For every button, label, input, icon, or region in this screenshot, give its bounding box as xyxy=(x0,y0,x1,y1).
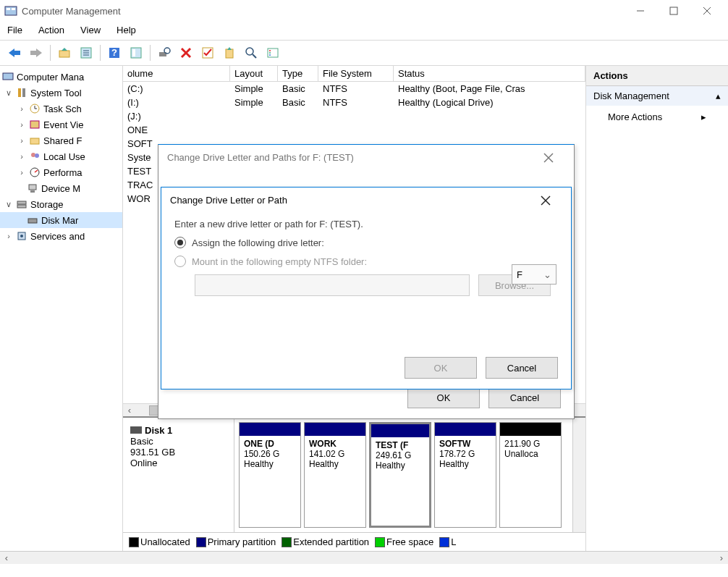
drive-letter-value: F xyxy=(517,269,522,280)
table-row[interactable]: ONE xyxy=(123,123,585,137)
navigation-tree[interactable]: Computer Mana ∨ System Tool › Task Sch ›… xyxy=(0,66,123,551)
folder-path-input xyxy=(195,274,470,296)
svg-rect-47 xyxy=(17,205,26,208)
partition[interactable]: ONE (D150.26 GHealthy xyxy=(239,422,301,528)
svg-rect-44 xyxy=(29,185,36,190)
svg-line-27 xyxy=(253,54,256,58)
tree-event-viewer[interactable]: › Event Vie xyxy=(0,117,122,132)
partition[interactable]: WORK141.02 GHealthy xyxy=(304,422,366,528)
actions-section-disk-management[interactable]: Disk Management ▴ xyxy=(586,86,728,106)
diskmap-scrollbar[interactable] xyxy=(572,418,585,532)
drive-letter-select[interactable]: F ⌄ xyxy=(512,264,556,285)
col-status[interactable]: Status xyxy=(394,66,585,81)
ok-button[interactable]: OK xyxy=(407,387,480,408)
col-type[interactable]: Type xyxy=(278,66,318,81)
partitions: ONE (D150.26 GHealthy WORK141.02 GHealth… xyxy=(234,418,572,532)
partition-selected[interactable]: TEST (F249.61 GHealthy xyxy=(369,422,431,528)
svg-rect-1 xyxy=(7,8,10,10)
menu-view[interactable]: View xyxy=(80,25,101,35)
actions-more[interactable]: More Actions ▸ xyxy=(586,106,728,128)
radio-assign-letter[interactable]: Assign the following drive letter: xyxy=(174,237,558,248)
show-hide-icon[interactable] xyxy=(126,43,146,62)
find-icon[interactable] xyxy=(241,43,261,62)
svg-rect-2 xyxy=(12,8,15,10)
back-button[interactable] xyxy=(4,43,25,62)
svg-marker-10 xyxy=(62,48,67,51)
properties-icon[interactable] xyxy=(76,43,96,62)
disk-info[interactable]: Disk 1 Basic 931.51 GB Online xyxy=(123,418,234,532)
forward-button[interactable] xyxy=(26,43,46,62)
cancel-button[interactable]: Cancel xyxy=(488,387,561,408)
close-icon[interactable] xyxy=(541,195,562,206)
tree-task-scheduler[interactable]: › Task Sch xyxy=(0,101,122,117)
expand-icon[interactable]: › xyxy=(17,120,26,129)
dialog-titlebar[interactable]: Change Drive Letter and Paths for F: (TE… xyxy=(158,145,574,170)
menu-help[interactable]: Help xyxy=(117,25,136,35)
scroll-left-icon[interactable]: ‹ xyxy=(123,405,136,416)
menu-file[interactable]: File xyxy=(7,25,22,35)
table-row[interactable]: (J:) xyxy=(123,109,585,123)
disk-type: Basic xyxy=(130,436,227,447)
maximize-button[interactable] xyxy=(657,0,690,22)
ok-button[interactable]: OK xyxy=(405,357,477,379)
svg-rect-39 xyxy=(30,138,39,144)
close-button[interactable] xyxy=(690,0,724,22)
expand-icon[interactable]: ∨ xyxy=(4,200,13,209)
delete-icon[interactable] xyxy=(176,43,196,62)
svg-point-30 xyxy=(269,52,271,54)
actions-panel: Actions Disk Management ▴ More Actions ▸ xyxy=(586,66,728,551)
partition[interactable]: SOFTW178.72 GHealthy xyxy=(434,422,496,528)
partition-unallocated[interactable]: 211.90 GUnalloca xyxy=(499,422,562,528)
expand-icon[interactable]: ∨ xyxy=(4,88,13,98)
radio-mount-folder[interactable]: Mount in the following empty NTFS folder… xyxy=(174,256,558,267)
check-icon[interactable] xyxy=(198,43,218,62)
col-filesystem[interactable]: File System xyxy=(318,66,394,81)
tree-system-tools[interactable]: ∨ System Tool xyxy=(0,85,122,101)
menu-action[interactable]: Action xyxy=(38,25,64,35)
tree-device-manager[interactable]: Device M xyxy=(0,180,122,196)
svg-point-31 xyxy=(269,54,271,56)
table-row[interactable]: (I:)SimpleBasicNTFSHealthy (Logical Driv… xyxy=(123,96,585,109)
new-icon[interactable] xyxy=(219,43,240,62)
svg-point-29 xyxy=(269,50,271,51)
col-layout[interactable]: Layout xyxy=(230,66,278,81)
expand-icon[interactable]: › xyxy=(17,104,26,113)
col-volume[interactable]: olume xyxy=(123,66,230,81)
help-icon[interactable]: ? xyxy=(104,43,124,62)
window-title: Computer Management xyxy=(22,6,624,17)
scroll-left-icon[interactable]: ‹ xyxy=(0,552,13,563)
table-row[interactable]: (C:)SimpleBasicNTFSHealthy (Boot, Page F… xyxy=(123,82,585,96)
svg-rect-24 xyxy=(226,49,233,58)
minimize-button[interactable] xyxy=(624,0,657,22)
expand-icon[interactable]: › xyxy=(17,136,26,145)
tree-root[interactable]: Computer Mana xyxy=(0,69,122,85)
tree-performance[interactable]: › Performa xyxy=(0,164,122,180)
radio-icon[interactable] xyxy=(174,237,186,248)
expand-icon[interactable]: › xyxy=(17,168,26,177)
svg-marker-8 xyxy=(30,49,42,57)
collapse-icon[interactable]: ▴ xyxy=(716,90,721,101)
chevron-down-icon: ⌄ xyxy=(543,269,551,280)
columns-header[interactable]: olume Layout Type File System Status xyxy=(123,66,585,82)
folder-icon xyxy=(28,134,41,147)
refresh-icon[interactable] xyxy=(154,43,174,62)
dialog-title: Change Drive Letter or Path xyxy=(170,195,541,206)
tree-storage[interactable]: ∨ Storage xyxy=(0,196,122,212)
cancel-button[interactable]: Cancel xyxy=(486,357,558,379)
expand-icon[interactable]: › xyxy=(4,232,13,240)
tree-services[interactable]: › Services and xyxy=(0,228,122,244)
dialog-titlebar[interactable]: Change Drive Letter or Path xyxy=(161,188,571,213)
swatch-free xyxy=(375,537,385,547)
up-level-icon[interactable] xyxy=(54,43,75,62)
close-icon[interactable] xyxy=(543,153,565,163)
window-scrollbar[interactable]: ‹ › xyxy=(0,551,728,564)
tree-shared-folders[interactable]: › Shared F xyxy=(0,132,122,148)
expand-icon[interactable]: › xyxy=(17,152,26,161)
list-icon[interactable] xyxy=(263,43,283,62)
radio-icon[interactable] xyxy=(174,256,186,267)
svg-rect-46 xyxy=(17,201,26,204)
scroll-right-icon[interactable]: › xyxy=(715,552,728,563)
computer-icon xyxy=(1,70,14,83)
tree-local-users[interactable]: › Local Use xyxy=(0,148,122,164)
tree-disk-management[interactable]: Disk Mar xyxy=(0,212,122,228)
